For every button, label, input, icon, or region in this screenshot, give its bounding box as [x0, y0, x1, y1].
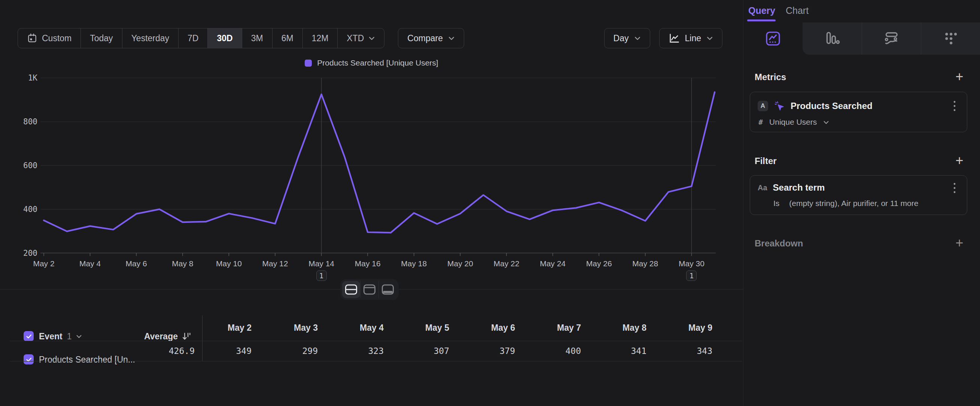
- table-column-header[interactable]: May 9: [649, 323, 712, 333]
- layout-chart-only-button[interactable]: [360, 281, 379, 298]
- add-breakdown-button[interactable]: +: [953, 237, 966, 250]
- chart-canvas: [0, 0, 743, 288]
- filter-clause[interactable]: Is (empty string), Air purifier, or 11 m…: [773, 199, 918, 208]
- sidebar-tab-bar: Query Chart: [743, 0, 980, 22]
- insights-report-app: CustomTodayYesterday7D30D3M6M12MXTD Comp…: [0, 0, 980, 406]
- table-column-header[interactable]: May 2: [188, 323, 251, 333]
- average-sort-header[interactable]: Average: [128, 331, 192, 342]
- x-axis-label: May 22: [480, 259, 533, 268]
- x-axis-label: May 2: [18, 259, 70, 268]
- x-axis-label: May 24: [527, 259, 579, 268]
- metric-card[interactable]: A Products Searched # Unique Users: [750, 92, 967, 132]
- filter-property-name: Search term: [773, 182, 825, 193]
- annotation-badge[interactable]: 1: [686, 271, 697, 281]
- breakdown-heading: Breakdown: [755, 238, 803, 249]
- event-header-dropdown[interactable]: Event 1: [39, 331, 82, 342]
- add-filter-button[interactable]: +: [953, 154, 966, 167]
- funnels-icon: [824, 30, 840, 47]
- row-checkbox[interactable]: [24, 354, 34, 365]
- tab-query[interactable]: Query: [748, 5, 775, 16]
- check-icon: [25, 356, 32, 363]
- table-average-value: 426.9: [131, 346, 195, 356]
- add-metric-button[interactable]: +: [953, 70, 966, 83]
- average-header-label: Average: [144, 331, 178, 342]
- metric-letter-badge: A: [758, 101, 768, 111]
- more-grid-icon: [942, 30, 959, 47]
- filter-operator: Is: [773, 199, 780, 208]
- chart-only-icon: [363, 284, 376, 295]
- filter-card[interactable]: Aa Search term Is (empty string), Air pu…: [750, 175, 967, 215]
- metrics-heading: Metrics: [755, 72, 786, 83]
- string-type-glyph: Aa: [758, 183, 767, 192]
- table-cell-value: 299: [254, 346, 318, 356]
- y-axis-label: 1K: [11, 73, 37, 83]
- active-tab-underline: [747, 19, 776, 21]
- y-axis-label: 200: [11, 249, 37, 258]
- chevron-down-icon: [823, 120, 829, 125]
- measure-dropdown[interactable]: # Unique Users: [758, 118, 829, 127]
- tab-insights[interactable]: [743, 22, 803, 55]
- layout-split-view-button[interactable]: [342, 281, 360, 298]
- series-line: [44, 92, 714, 232]
- layout-switcher: [340, 279, 399, 300]
- insights-icon: [765, 30, 781, 47]
- chevron-down-icon: [76, 334, 82, 339]
- x-axis-label: May 14: [295, 259, 348, 268]
- table-cell-value: 349: [188, 346, 251, 356]
- y-axis-label: 600: [11, 161, 37, 170]
- metric-options-kebab-icon[interactable]: [948, 100, 961, 112]
- y-axis-label: 400: [11, 205, 37, 214]
- metric-name: Products Searched: [791, 101, 873, 111]
- check-icon: [25, 333, 32, 340]
- x-axis-label: May 18: [388, 259, 440, 268]
- report-main-area: CustomTodayYesterday7D30D3M6M12MXTD Comp…: [0, 0, 743, 406]
- table-cell-value: 379: [452, 346, 515, 356]
- filter-value: (empty string), Air purifier, or 11 more: [789, 199, 918, 208]
- table-cell-value: 323: [320, 346, 384, 356]
- split-view-icon: [345, 284, 358, 295]
- table-column-header[interactable]: May 3: [254, 323, 318, 333]
- tab-more-report-types[interactable]: [921, 22, 980, 55]
- table-column-header[interactable]: May 5: [385, 323, 449, 333]
- report-type-tabs: [743, 22, 980, 55]
- number-glyph: #: [758, 118, 763, 127]
- query-sidebar: Query Chart Metrics + A: [743, 0, 980, 406]
- tab-chart[interactable]: Chart: [786, 5, 808, 16]
- y-axis-label: 800: [11, 117, 37, 126]
- x-axis-label: May 20: [434, 259, 486, 268]
- sort-descending-icon: [181, 332, 192, 341]
- table-cell-value: 400: [517, 346, 581, 356]
- x-axis-label: May 4: [64, 259, 116, 268]
- table-column-header[interactable]: May 8: [583, 323, 646, 333]
- flows-icon: [883, 30, 899, 47]
- line-chart-area[interactable]: 1K800600400200May 2May 4May 6May 8May 10…: [0, 0, 743, 288]
- filter-card-row: Aa Search term: [758, 182, 825, 193]
- x-axis-label: May 12: [249, 259, 301, 268]
- table-column-header[interactable]: May 4: [320, 323, 384, 333]
- table-cell-value: 307: [385, 346, 449, 356]
- x-axis-label: May 16: [341, 259, 394, 268]
- table-column-header[interactable]: May 7: [517, 323, 581, 333]
- filter-heading: Filter: [755, 156, 777, 166]
- tab-funnels[interactable]: [803, 22, 862, 55]
- filter-options-kebab-icon[interactable]: [948, 182, 961, 194]
- x-axis-label: May 26: [573, 259, 625, 268]
- table-row-border: [10, 361, 742, 361]
- table-cell-value: 343: [649, 346, 712, 356]
- tab-flows[interactable]: [862, 22, 921, 55]
- x-axis-label: May 30: [665, 259, 718, 268]
- x-axis-label: May 8: [156, 259, 209, 268]
- x-axis-label: May 6: [110, 259, 162, 268]
- table-column-header[interactable]: May 6: [452, 323, 515, 333]
- table-cell-value: 341: [583, 346, 646, 356]
- table-row-name: Products Searched [Un...: [39, 355, 135, 365]
- annotation-badge[interactable]: 1: [316, 271, 327, 281]
- table-header-border: [10, 341, 742, 341]
- event-header-label: Event: [39, 331, 62, 342]
- x-axis-label: May 28: [619, 259, 671, 268]
- breakdown-table: Event 1 Average Products Searched [Un...…: [0, 313, 743, 399]
- table-only-icon: [382, 284, 394, 295]
- select-all-checkbox[interactable]: [24, 331, 34, 341]
- metric-card-row: A Products Searched: [758, 100, 873, 111]
- layout-table-only-button[interactable]: [379, 281, 397, 298]
